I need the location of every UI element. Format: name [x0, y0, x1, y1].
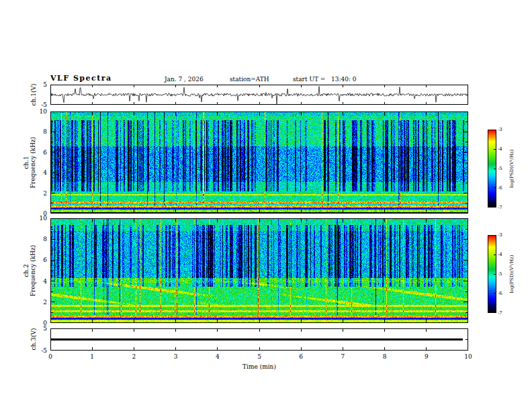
- tick-label: 3: [169, 353, 183, 360]
- tick-label: -5: [34, 101, 47, 108]
- channel-label: ch.1: [23, 109, 30, 216]
- station-label: station=ATH: [230, 76, 269, 83]
- tick-label: 9: [420, 353, 433, 360]
- ch1-waveform-plot: [50, 85, 468, 105]
- tick-label: -5: [498, 271, 502, 277]
- ch1-spectrogram: [50, 111, 468, 214]
- frequency-axis-text: Frequency (kHz): [30, 217, 36, 324]
- tick-label: 0: [44, 353, 57, 360]
- ch2-spectrogram: [50, 218, 468, 323]
- tick-label: -4: [498, 146, 502, 152]
- tick-label: 2: [34, 299, 47, 306]
- tick-label: 2: [34, 190, 47, 197]
- tick-label: -3: [498, 232, 502, 238]
- tick-label: -6: [498, 291, 502, 296]
- plot-title: VLF Spectra: [50, 74, 112, 83]
- ch3-waveform-plot: [50, 328, 468, 351]
- tick-label: -5: [498, 166, 502, 171]
- tick-label: 5: [34, 325, 47, 332]
- time-axis-label: Time (min): [232, 363, 286, 370]
- tick-label: 8: [34, 128, 47, 135]
- tick-label: 1: [85, 353, 99, 360]
- colorbar-ch2: [488, 235, 496, 313]
- ch1-frequency-axis-label: ch.1 Frequency (kHz): [23, 109, 36, 216]
- tick-label: -5: [34, 347, 47, 354]
- tick-label: -7: [498, 205, 502, 210]
- tick-label: 10: [34, 108, 47, 115]
- tick-label: -3: [498, 127, 502, 132]
- tick-label: -7: [498, 310, 502, 316]
- tick-label: 10: [34, 215, 47, 222]
- vlf-spectra-figure: VLF Spectra Jan. 7 , 2026 station=ATH st…: [0, 0, 532, 411]
- tick-label: 7: [336, 353, 349, 360]
- tick-label: 2: [127, 353, 140, 360]
- tick-label: -4: [498, 252, 502, 257]
- frequency-axis-text: Frequency (kHz): [30, 109, 36, 216]
- date-label: Jan. 7 , 2026: [165, 76, 204, 83]
- tick-label: -6: [498, 185, 502, 191]
- colorbar1-label: log(PSD)(V²/Hz): [509, 128, 515, 209]
- tick-label: 5: [253, 353, 266, 360]
- channel-label: ch.2: [23, 217, 30, 324]
- tick-label: 8: [378, 353, 392, 360]
- start-ut-label: start UT = 13:40: 0: [293, 76, 357, 83]
- tick-label: 6: [34, 257, 47, 263]
- tick-label: 6: [294, 353, 308, 360]
- tick-label: 5: [34, 81, 47, 88]
- tick-label: 6: [34, 149, 47, 156]
- tick-label: 4: [211, 353, 224, 360]
- colorbar2-label: log(PSD)(V²/Hz): [509, 234, 515, 314]
- tick-label: 4: [34, 169, 47, 176]
- tick-label: 8: [34, 236, 47, 242]
- tick-label: 4: [34, 278, 47, 285]
- colorbar-ch1: [488, 130, 496, 208]
- ch2-frequency-axis-label: ch.2 Frequency (kHz): [23, 217, 36, 324]
- tick-label: 10: [461, 353, 475, 360]
